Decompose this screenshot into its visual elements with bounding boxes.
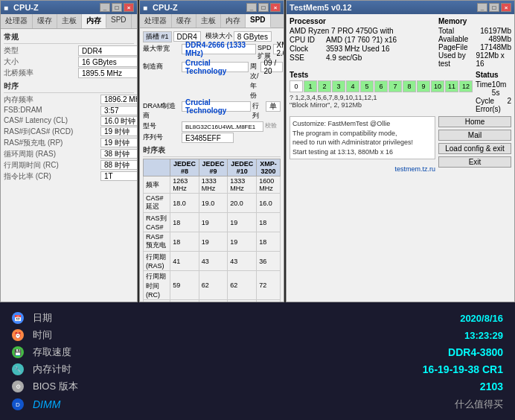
tm-maximize-button[interactable]: □	[489, 3, 499, 12]
slot-ddr-value: DDR4	[173, 31, 201, 42]
bottom-item-0: 📅 日期 2020/8/16	[12, 311, 503, 325]
bottom-icon-2: 💾	[12, 346, 24, 358]
tab-spd[interactable]: SPD	[106, 14, 132, 28]
maximize-button[interactable]: □	[112, 3, 122, 12]
spd-tab-cache[interactable]: 缓存	[172, 14, 196, 28]
sse-row: SSE 4.9 sec/Gb	[290, 54, 435, 62]
used-by-test-row: Used by test 912Mb x 16	[438, 51, 511, 68]
tests-status-row: Tests 0123456789101112 ? 1,2,3,4,5,6,7,8…	[290, 71, 511, 113]
total-value: 16197Mb	[480, 27, 511, 35]
timing-row: FSB:DRAM 3:57	[4, 106, 134, 115]
cpu-id-label: CPU ID	[290, 36, 323, 44]
tab-processor[interactable]: 处理器	[1, 14, 33, 28]
spd-tab-mainboard[interactable]: 主板	[196, 14, 221, 28]
model-value: BL8G32C16U4WL.M8FE1	[182, 121, 263, 132]
spd-tab-processor[interactable]: 处理器	[140, 14, 172, 28]
testmem-titlebar: TestMem5 v0.12 _ □ ×	[287, 1, 514, 14]
clock-value: 3593 MHz Used 16	[326, 45, 390, 53]
test-cell-9: 9	[417, 80, 430, 92]
test-cell-8: 8	[403, 80, 416, 92]
timing-row: CAS# Latency (CL) 16.0 时钟	[4, 116, 134, 126]
general-section-title: 常规	[4, 32, 134, 44]
minimize-button[interactable]: _	[100, 3, 110, 12]
cpuz-spd-titlebar: ■ CPU-Z _ □ ×	[140, 1, 284, 14]
tm-btn-mail[interactable]: Mail	[438, 130, 511, 141]
spd-timing-row: 频率1263 MHz1333 MHz1333 MHz1600 MHz	[144, 176, 281, 194]
bottom-label-3: 内存计时	[33, 363, 107, 376]
tm-buttons: HomeMailLoad config & exitExit	[438, 116, 511, 168]
total-label: Total	[438, 27, 454, 35]
dimm-icon: D	[12, 398, 24, 410]
test-cell-7: 7	[388, 80, 402, 92]
verify-label: 校验	[265, 121, 277, 132]
test-cell-3: 3	[332, 80, 345, 92]
log-line: Customize: FastMemTest @Ollie	[292, 119, 432, 129]
tm-btn-home[interactable]: Home	[438, 116, 511, 127]
bottom-value-3: 16-19-19-38 CR1	[423, 363, 503, 375]
spd-timing-title: 时序表	[143, 145, 281, 157]
spd-tab-spd[interactable]: SPD	[246, 14, 271, 28]
log-buttons-row: Customize: FastMemTest @OllieThe program…	[290, 116, 511, 173]
type-row: 类型 DDR4 通道数 双通道	[4, 45, 134, 56]
cycle-value: 2	[507, 97, 511, 105]
model-row: 型号 BL8G32C16U4WL.M8FE1 校验	[143, 121, 281, 132]
tab-mainboard[interactable]: 主板	[57, 14, 82, 28]
bottom-value-1: 13:23:29	[464, 330, 503, 341]
row-value: 单	[266, 101, 281, 112]
cpu-id-value: AMD (17 760 ?1) x16	[326, 36, 397, 44]
bottom-icon-0: 📅	[12, 312, 24, 324]
used-by-test-label: Used by test	[438, 51, 476, 68]
bottom-value-2: DDR4-3800	[448, 346, 503, 358]
dram-mfr-label: DRAM制造商	[143, 101, 180, 121]
tab-cache[interactable]: 缓存	[33, 14, 57, 28]
log-line: Start testing at 13:13, 880Mb x 16	[292, 147, 432, 157]
bandwidth-value: DDR4-2666 (1333 MHz)	[182, 44, 256, 54]
spd-minimize-button[interactable]: _	[246, 3, 257, 12]
cpuz-spd-icon: ■	[143, 4, 147, 12]
tm-close-button[interactable]: ×	[501, 3, 511, 12]
bottom-value-0: 2020/8/16	[460, 313, 503, 324]
cpuz-memory-title: ■ CPU-Z	[4, 3, 39, 12]
tab-memory[interactable]: 内存	[82, 14, 106, 28]
test-cell-1: 1	[304, 80, 317, 92]
clock-label: Clock	[290, 45, 323, 53]
time-label: Time	[476, 80, 492, 97]
timing-row: RAS#到CAS# (RCD) 19 时钟	[4, 127, 134, 137]
testmem-controls: _ □ ×	[477, 3, 511, 12]
test-cell-5: 5	[360, 80, 374, 92]
manufacturer-value: Crucial Technology	[182, 62, 249, 72]
spd-tab-memory[interactable]: 内存	[221, 14, 246, 28]
close-button[interactable]: ×	[124, 3, 134, 12]
spd-maximize-button[interactable]: □	[258, 3, 269, 12]
timing-row: 循环周期 (RAS) 38 时钟	[4, 149, 134, 159]
cycle-row: Cycle 2	[476, 97, 511, 105]
week-year-value: 09 / 20	[260, 62, 283, 72]
tm-minimize-button[interactable]: _	[477, 3, 487, 12]
block-mirror: "Block Mirror", 2, 912Mb	[290, 101, 473, 109]
timing-rows: 内存频率 1896.2 MHzFSB:DRAM 3:57CAS# Latency…	[4, 95, 134, 182]
tm-btn-exit[interactable]: Exit	[438, 156, 511, 168]
cpuz-spd-controls: _ □ ×	[246, 3, 281, 12]
cpuz-spd-title: ■ CPU-Z	[143, 3, 178, 12]
type-label: 类型	[4, 45, 78, 56]
cpuz-spd-content: 插槽 #1 DDR4 模块大小 8 GBytes 最大带宽 DDR4-2666 …	[140, 28, 284, 302]
pagefile-row: PageFile 17148Mb	[438, 43, 511, 51]
cpu-id-row: CPU ID AMD (17 760 ?1) x16	[290, 36, 435, 44]
timing-row: RAS#预充电 (RP) 19 时钟	[4, 138, 134, 148]
model-label: 型号	[143, 121, 180, 132]
dimm-right: 什么值得买	[455, 398, 503, 411]
week-year-label: 周次/年份	[250, 62, 259, 101]
cpuz-memory-window: ■ CPU-Z _ □ × 处理器 缓存 主板 内存 SPD 常规 类型 DDR…	[0, 0, 138, 302]
sse-value: 4.9 sec/Gb	[326, 54, 362, 62]
tm-left-panel: Processor AMD Ryzen 7 PRO 4750G with CPU…	[290, 17, 435, 68]
log-line: The program in compatibility mode,	[292, 129, 432, 139]
spd-close-button[interactable]: ×	[270, 3, 281, 12]
tm-btn-load-config-&-exit[interactable]: Load config & exit	[438, 143, 511, 154]
bottom-value-4: 2103	[480, 381, 503, 392]
timing-row: 指令比率 (CR) 1T	[4, 171, 134, 182]
website-label: testmem.tz.ru	[290, 165, 435, 173]
clock-row: Clock 3593 MHz Used 16	[290, 45, 435, 53]
row-label: 行列	[252, 101, 264, 121]
testmem-window: TestMem5 v0.12 _ □ × Processor AMD Ryzen…	[286, 0, 515, 302]
nb-label: 北桥频率	[4, 68, 78, 78]
